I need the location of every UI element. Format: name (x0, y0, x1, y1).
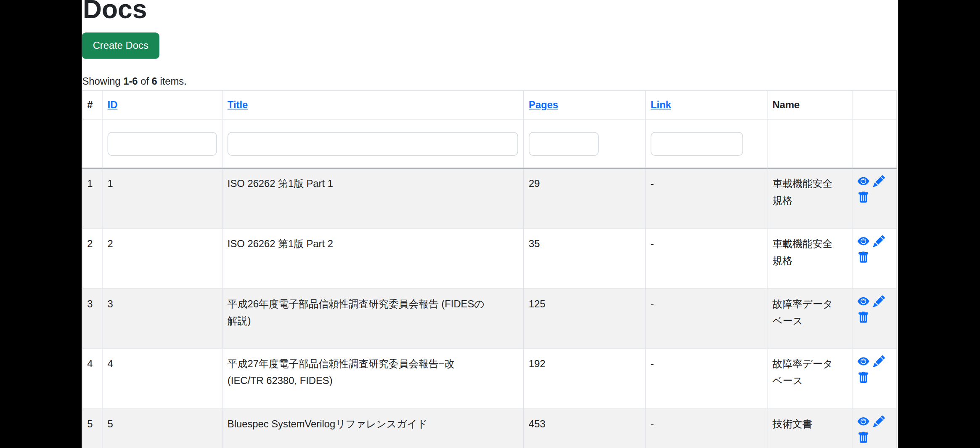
sort-link-link[interactable]: Link (651, 99, 671, 110)
view-button[interactable] (858, 295, 869, 307)
edit-button[interactable] (873, 235, 885, 247)
table-row: 5 5 Bluespec SystemVerilogリファレンスガイド 453 … (82, 409, 897, 448)
row-pages-cell: 35 (523, 229, 645, 289)
header-row: # ID Title Pages Link Name (82, 91, 897, 119)
view-button[interactable] (858, 416, 869, 427)
browser-viewport: Docs Create Docs Showing 1-6 of 6 items.… (0, 0, 980, 448)
column-header-index: # (82, 91, 102, 119)
row-name-cell: 車載機能安全規格 (773, 175, 841, 209)
edit-button[interactable] (873, 355, 885, 367)
summary-range: 1-6 (123, 76, 138, 86)
row-pages-cell: 125 (523, 289, 645, 349)
delete-button[interactable] (858, 312, 869, 323)
row-title-cell: Bluespec SystemVerilogリファレンスガイド (228, 416, 485, 432)
trash-icon (858, 432, 869, 443)
sort-title-link[interactable]: Title (228, 99, 248, 110)
summary-total: 6 (152, 76, 157, 86)
view-button[interactable] (858, 175, 869, 187)
docs-table: # ID Title Pages Link Name (82, 90, 897, 448)
row-title-cell: 平成27年度電子部品信頼性調査研究委員会報告−改 (IEC/TR 62380, … (228, 355, 485, 389)
column-header-name: Name (767, 91, 852, 119)
docs-page: Docs Create Docs Showing 1-6 of 6 items.… (82, 0, 898, 448)
column-header-title: Title (222, 91, 523, 119)
row-name-cell: 車載機能安全規格 (773, 235, 841, 269)
row-pages-cell: 192 (523, 349, 645, 409)
summary-of-text: of (138, 76, 152, 86)
row-pages-cell: 29 (523, 168, 645, 229)
delete-button[interactable] (858, 251, 869, 263)
link-filter-input[interactable] (651, 132, 743, 155)
row-link-cell: - (645, 409, 767, 448)
row-actions (858, 355, 886, 384)
eye-icon (858, 295, 869, 307)
grid-summary: Showing 1-6 of 6 items. (82, 75, 898, 87)
row-id-cell: 4 (102, 349, 222, 409)
pencil-icon (873, 416, 885, 427)
row-title-cell: ISO 26262 第1版 Part 2 (228, 235, 485, 252)
row-actions (858, 295, 886, 323)
pencil-icon (873, 355, 885, 367)
row-index-cell: 3 (82, 289, 102, 349)
edit-button[interactable] (873, 175, 885, 187)
summary-items-text: items. (157, 76, 187, 86)
row-title-cell: 平成26年度電子部品信頼性調査研究委員会報告 (FIDESの解説) (228, 295, 485, 329)
eye-icon (858, 235, 869, 247)
sort-id-link[interactable]: ID (108, 99, 118, 110)
table-row: 2 2 ISO 26262 第1版 Part 2 35 - 車載機能安全規格 (82, 229, 897, 289)
table-row: 4 4 平成27年度電子部品信頼性調査研究委員会報告−改 (IEC/TR 623… (82, 349, 897, 409)
pencil-icon (873, 175, 885, 187)
summary-showing-text: Showing (82, 76, 123, 86)
column-header-actions (852, 91, 896, 119)
view-button[interactable] (858, 235, 869, 247)
id-filter-input[interactable] (108, 132, 217, 155)
column-header-link: Link (645, 91, 767, 119)
table-row: 3 3 平成26年度電子部品信頼性調査研究委員会報告 (FIDESの解説) 12… (82, 289, 897, 349)
row-link-cell: - (645, 289, 767, 349)
delete-button[interactable] (858, 192, 869, 203)
edit-button[interactable] (873, 295, 885, 307)
eye-icon (858, 416, 869, 427)
row-actions (858, 175, 886, 203)
trash-icon (858, 251, 869, 263)
delete-button[interactable] (858, 432, 869, 443)
row-name-cell: 故障率データベース (773, 355, 841, 389)
row-index-cell: 4 (82, 349, 102, 409)
row-title-cell: ISO 26262 第1版 Part 1 (228, 175, 485, 192)
edit-button[interactable] (873, 416, 885, 427)
column-header-pages: Pages (523, 91, 645, 119)
row-id-cell: 3 (102, 289, 222, 349)
table-row: 1 1 ISO 26262 第1版 Part 1 29 - 車載機能安全規格 (82, 168, 897, 229)
row-id-cell: 5 (102, 409, 222, 448)
eye-icon (858, 175, 869, 187)
trash-icon (858, 312, 869, 323)
row-actions (858, 416, 886, 444)
pencil-icon (873, 235, 885, 247)
page-title: Docs (83, 0, 898, 24)
column-header-id: ID (102, 91, 222, 119)
view-button[interactable] (858, 355, 869, 367)
filter-row (82, 119, 897, 168)
row-link-cell: - (645, 229, 767, 289)
pencil-icon (873, 295, 885, 307)
trash-icon (858, 192, 869, 203)
create-docs-button[interactable]: Create Docs (82, 32, 160, 59)
row-index-cell: 1 (82, 168, 102, 229)
screenshot-canvas: Docs Create Docs Showing 1-6 of 6 items.… (0, 0, 980, 448)
sort-pages-link[interactable]: Pages (529, 99, 558, 110)
row-name-cell: 故障率データベース (773, 295, 841, 329)
row-name-cell: 技術文書 (773, 416, 841, 432)
row-link-cell: - (645, 168, 767, 229)
row-actions (858, 235, 886, 264)
title-filter-input[interactable] (228, 132, 518, 155)
row-pages-cell: 453 (523, 409, 645, 448)
eye-icon (858, 355, 869, 367)
row-id-cell: 2 (102, 229, 222, 289)
row-link-cell: - (645, 349, 767, 409)
trash-icon (858, 372, 869, 384)
row-index-cell: 5 (82, 409, 102, 448)
delete-button[interactable] (858, 372, 869, 384)
row-index-cell: 2 (82, 229, 102, 289)
pages-filter-input[interactable] (529, 132, 599, 155)
row-id-cell: 1 (102, 168, 222, 229)
